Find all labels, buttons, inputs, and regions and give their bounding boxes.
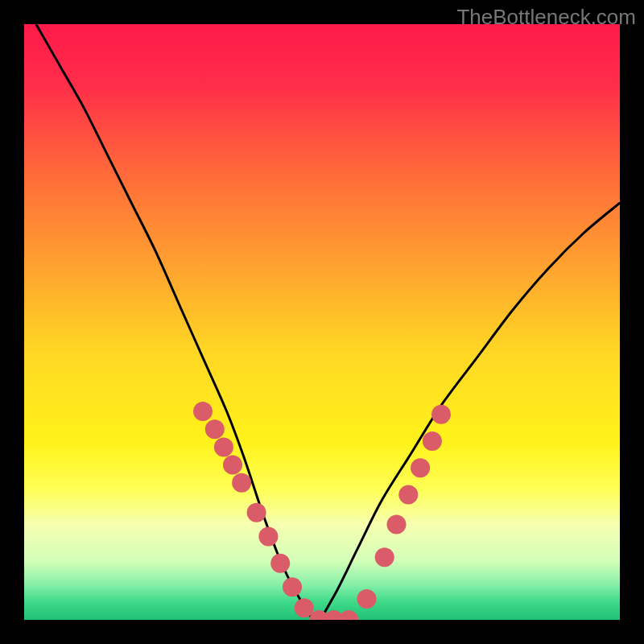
- data-point: [223, 456, 242, 475]
- data-point: [283, 577, 302, 597]
- data-point: [258, 526, 278, 546]
- data-point: [375, 547, 394, 567]
- data-point: [411, 458, 430, 477]
- watermark-text: TheBottleneck.com: [456, 5, 636, 30]
- data-point: [214, 437, 233, 456]
- data-point: [423, 431, 442, 451]
- data-point: [247, 503, 266, 522]
- data-points-group: [193, 402, 451, 620]
- data-point: [387, 515, 407, 535]
- data-point: [398, 485, 418, 505]
- bottleneck-curve: [36, 24, 620, 620]
- chart-plot-area: [24, 24, 620, 620]
- chart-overlay: [24, 24, 620, 620]
- data-point: [357, 589, 377, 609]
- data-point: [205, 419, 225, 439]
- data-point: [431, 405, 451, 424]
- data-point: [270, 554, 290, 573]
- data-point: [339, 610, 358, 620]
- data-point: [232, 473, 251, 493]
- data-point: [193, 402, 213, 421]
